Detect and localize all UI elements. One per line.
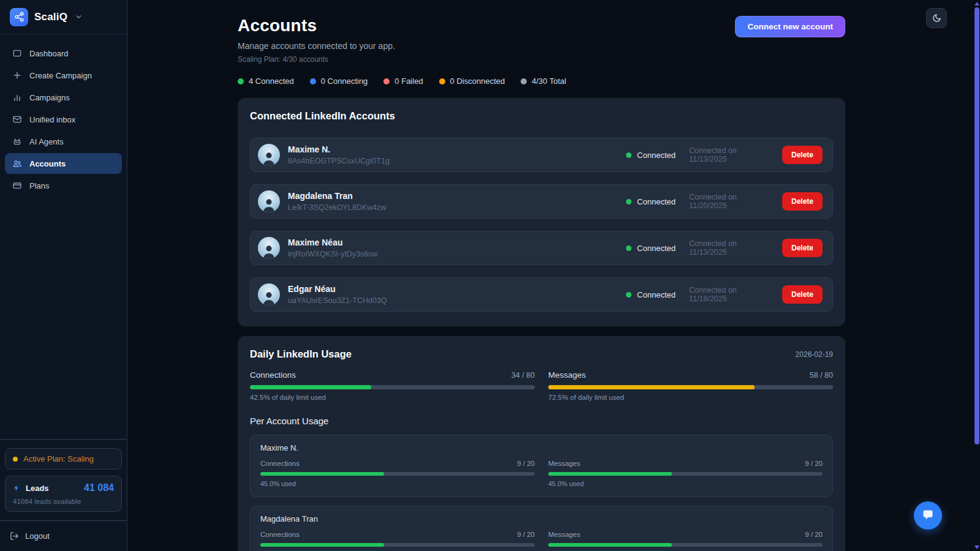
account-row: Magdalena Tran LeIkT-3SQ2ekOYL8DKw4zw Co… — [250, 184, 833, 219]
account-row: Maxime N. 8As4bEOGTPSCsxUCgI0T1g Connect… — [250, 138, 833, 172]
brand-menu[interactable]: ScaliQ — [0, 0, 127, 34]
delete-button[interactable]: Delete — [782, 239, 823, 257]
page-title: Accounts — [238, 16, 395, 36]
sidebar-nav: Dashboard Create Campaign Campaigns Unif… — [0, 34, 127, 196]
daily-usage-card: Daily LinkedIn Usage 2026-02-19 Connecti… — [238, 336, 845, 551]
account-id: injRoIWXQKSI-ytDy3s6sw — [288, 250, 378, 258]
delete-button[interactable]: Delete — [782, 192, 823, 211]
progress-fill — [250, 385, 371, 389]
progress-fill — [260, 472, 384, 476]
avatar — [258, 237, 280, 259]
connected-date: Connected on 11/20/2025 — [689, 193, 771, 210]
sidebar-item-accounts[interactable]: Accounts — [5, 153, 122, 174]
connection-status-label: Connected — [637, 290, 676, 299]
account-name: Maxime N. — [288, 144, 390, 154]
active-plan-badge: Active Plan: Scaling — [5, 448, 122, 470]
connected-date: Connected on 11/13/2025 — [689, 239, 771, 257]
chat-widget-button[interactable] — [914, 501, 942, 530]
scrollbar-thumb[interactable] — [974, 7, 979, 444]
status-legend-label: 0 Disconnected — [450, 77, 505, 86]
bar-chart-icon — [12, 92, 22, 102]
usage-metric: Messages 9 / 20 45.0% used — [548, 460, 823, 487]
progress-fill — [260, 543, 384, 547]
metric-value: 9 / 20 — [517, 531, 535, 538]
progress-track — [548, 472, 823, 476]
page-header: Accounts Manage accounts connected to yo… — [238, 16, 845, 64]
per-account-usage-title: Per Account Usage — [250, 416, 833, 426]
person-icon — [261, 243, 277, 259]
status-dot-icon — [383, 78, 390, 84]
sidebar-item-label: Create Campaign — [29, 71, 92, 80]
scroll-up-arrow-icon[interactable] — [974, 2, 979, 6]
plan-note: Scaling Plan: 4/30 accounts — [238, 55, 395, 64]
sidebar-item-create-campaign[interactable]: Create Campaign — [5, 65, 122, 86]
usage-date: 2026-02-19 — [796, 350, 833, 359]
account-name: Maxime Néau — [288, 238, 378, 247]
sidebar-item-campaigns[interactable]: Campaigns — [5, 87, 122, 108]
status-dot-icon — [439, 78, 445, 84]
usage-metric: Messages 9 / 20 45.0% used — [548, 531, 823, 551]
account-name: Edgar Néau — [288, 284, 387, 294]
connect-new-account-button[interactable]: Connect new account — [735, 16, 845, 37]
metric-label: Messages — [548, 531, 580, 538]
status-legend-label: 0 Failed — [394, 77, 423, 86]
delete-button[interactable]: Delete — [782, 146, 823, 164]
per-account-usage-card: Maxime N. Connections 9 / 20 45.0% used … — [250, 435, 833, 497]
connection-status: Connected — [626, 151, 676, 160]
connected-accounts-title: Connected LinkedIn Accounts — [250, 110, 833, 122]
theme-toggle-button[interactable] — [926, 8, 947, 28]
status-legend-item: 4/30 Total — [521, 77, 566, 86]
sidebar-item-label: Accounts — [29, 159, 66, 168]
connected-dot-icon — [626, 199, 631, 204]
sidebar-item-unified-inbox[interactable]: Unified inbox — [5, 109, 122, 130]
scroll-down-arrow-icon[interactable] — [974, 545, 979, 549]
sidebar-item-plans[interactable]: Plans — [5, 175, 122, 196]
status-legend-item: 0 Disconnected — [439, 77, 505, 86]
delete-button[interactable]: Delete — [782, 285, 823, 304]
leads-bolt-icon — [13, 484, 20, 492]
moon-icon — [932, 13, 941, 23]
progress-fill — [548, 543, 672, 547]
progress-track — [548, 543, 823, 547]
users-icon — [12, 159, 22, 168]
status-legend-label: 0 Connecting — [321, 77, 368, 86]
status-dot-icon — [310, 78, 316, 84]
sidebar-item-ai-agents[interactable]: AI Agents — [5, 131, 122, 152]
logout-label: Logout — [25, 531, 50, 541]
avatar — [258, 283, 280, 305]
per-account-name: Magdalena Tran — [260, 514, 823, 523]
per-account-usage-card: Magdalena Tran Connections 9 / 20 45.0% … — [250, 506, 833, 551]
person-icon — [261, 197, 277, 212]
leads-label: Leads — [26, 484, 49, 493]
avatar — [258, 190, 280, 212]
account-id: uaYAUsrESou3Z1-TCHd03Q — [288, 296, 387, 305]
status-dot-icon — [521, 78, 527, 84]
sidebar-item-label: Plans — [29, 181, 50, 190]
metric-value: 9 / 20 — [805, 460, 823, 467]
metric-label: Connections — [260, 460, 300, 467]
status-legend-item: 0 Connecting — [310, 77, 368, 86]
metric-caption: 42.5% of daily limit used — [250, 394, 535, 401]
status-legend-label: 4 Connected — [249, 77, 294, 86]
metric-value: 58 / 80 — [810, 371, 833, 380]
sidebar-item-dashboard[interactable]: Dashboard — [5, 43, 122, 64]
logout-button[interactable]: Logout — [0, 521, 127, 551]
active-plan-label: Active Plan: Scaling — [23, 454, 94, 463]
progress-track — [260, 472, 535, 476]
metric-caption: 72.5% of daily limit used — [548, 394, 833, 401]
progress-track — [250, 385, 535, 389]
status-legend-item: 0 Failed — [383, 77, 423, 86]
connection-status: Connected — [626, 244, 676, 253]
metric-value: 34 / 80 — [511, 371, 535, 380]
leads-count: 41 084 — [84, 482, 114, 493]
connected-date: Connected on 11/18/2025 — [689, 286, 771, 303]
dashboard-icon — [12, 48, 22, 58]
brand-name: ScaliQ — [34, 11, 67, 23]
chevron-down-icon — [75, 13, 83, 21]
account-row: Maxime Néau injRoIWXQKSI-ytDy3s6sw Conne… — [250, 231, 833, 265]
avatar — [258, 144, 280, 166]
leads-caption: 41084 leads available — [13, 498, 114, 505]
status-dot-icon — [238, 78, 244, 84]
sidebar-item-label: AI Agents — [29, 137, 64, 146]
usage-metric: Connections 34 / 80 42.5% of daily limit… — [250, 370, 535, 401]
